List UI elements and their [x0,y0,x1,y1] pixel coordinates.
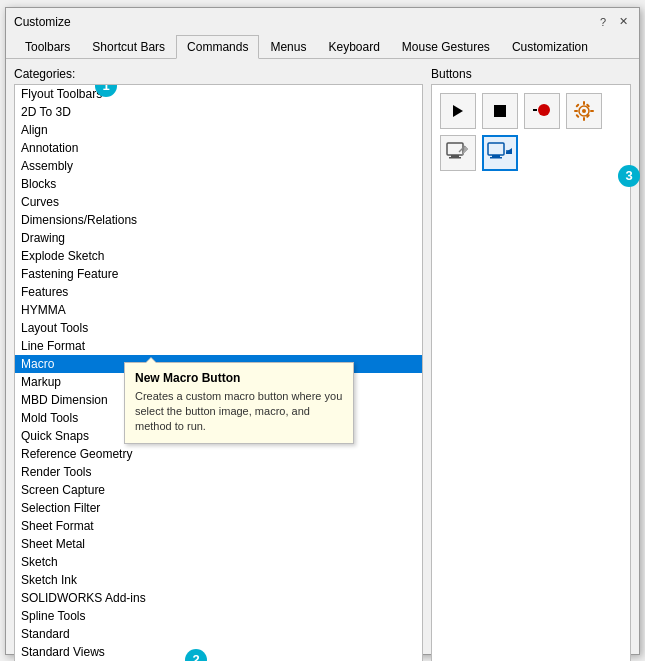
list-item[interactable]: Drawing [15,229,422,247]
button-row-2 [440,135,622,171]
list-item[interactable]: Reference Geometry [15,445,422,463]
stop-button[interactable] [482,93,518,129]
list-item[interactable]: Align [15,121,422,139]
buttons-label: Buttons [431,67,631,81]
play-button[interactable] [440,93,476,129]
svg-point-5 [582,109,586,113]
list-item[interactable]: Sketch Ink [15,571,422,589]
tooltip-popup: New Macro Button Creates a custom macro … [124,362,354,444]
list-item[interactable]: Standard [15,625,422,643]
svg-rect-14 [447,143,463,155]
svg-marker-0 [453,105,463,117]
list-item[interactable]: SOLIDWORKS Add-ins [15,589,422,607]
content-area: Categories: 1 Flyout Toolbars 2D To 3D A… [6,59,639,662]
tab-commands[interactable]: Commands [176,35,259,59]
dialog-title: Customize [14,15,71,29]
list-item[interactable]: Render Tools [15,463,422,481]
tooltip-body: Creates a custom macro button where you … [135,389,343,435]
list-item[interactable]: Sheet Metal [15,535,422,553]
tab-menus[interactable]: Menus [259,35,317,59]
svg-rect-21 [490,157,502,159]
list-item[interactable]: Line Format [15,337,422,355]
svg-rect-15 [451,155,459,157]
button-row-1 [440,93,622,129]
svg-point-3 [538,104,550,116]
right-panel: Buttons 3 [431,67,631,662]
svg-rect-7 [583,117,585,121]
list-item[interactable]: Features [15,283,422,301]
badge-3: 3 [618,165,640,187]
main-area: Categories: 1 Flyout Toolbars 2D To 3D A… [14,67,631,662]
list-item[interactable]: Selection Filter [15,499,422,517]
svg-rect-12 [575,113,579,117]
list-item[interactable]: Fastening Feature [15,265,422,283]
list-item[interactable]: Explode Sketch [15,247,422,265]
title-bar: Customize ? ✕ [6,8,639,30]
list-item[interactable]: Standard Views [15,643,422,661]
tabs-bar: Toolbars Shortcut Bars Commands Menus Ke… [6,30,639,59]
list-item[interactable]: Sheet Format [15,517,422,535]
list-item[interactable]: Assembly [15,157,422,175]
svg-rect-8 [574,110,578,112]
list-item[interactable]: HYMMA [15,301,422,319]
record-button[interactable] [524,93,560,129]
list-item[interactable]: Blocks [15,175,422,193]
list-item[interactable]: Flyout Toolbars [15,85,422,103]
tab-keyboard[interactable]: Keyboard [317,35,390,59]
tab-mouse-gestures[interactable]: Mouse Gestures [391,35,501,59]
edit-macro-button[interactable] [440,135,476,171]
left-panel: Categories: 1 Flyout Toolbars 2D To 3D A… [14,67,423,662]
list-item[interactable]: Screen Capture [15,481,422,499]
buttons-grid: 3 [431,84,631,662]
list-item[interactable]: Dimensions/Relations [15,211,422,229]
list-item[interactable]: 2D To 3D [15,103,422,121]
list-item[interactable]: Layout Tools [15,319,422,337]
customize-dialog: Customize ? ✕ Toolbars Shortcut Bars Com… [5,7,640,655]
tab-customization[interactable]: Customization [501,35,599,59]
list-item[interactable]: Spline Tools [15,607,422,625]
svg-rect-20 [492,155,500,157]
tooltip-title: New Macro Button [135,371,343,385]
list-item[interactable]: Sketch [15,553,422,571]
tab-toolbars[interactable]: Toolbars [14,35,81,59]
title-controls: ? ✕ [595,14,631,30]
svg-rect-16 [449,157,461,159]
list-item[interactable]: Curves [15,193,422,211]
new-macro-button[interactable] [482,135,518,171]
categories-label: Categories: [14,67,423,81]
settings-button[interactable] [566,93,602,129]
svg-rect-1 [494,105,506,117]
svg-rect-10 [575,103,579,107]
close-button[interactable]: ✕ [615,14,631,30]
svg-rect-19 [488,143,504,155]
list-item[interactable]: Annotation [15,139,422,157]
help-button[interactable]: ? [595,14,611,30]
tab-shortcut-bars[interactable]: Shortcut Bars [81,35,176,59]
svg-rect-6 [583,101,585,105]
svg-rect-9 [590,110,594,112]
